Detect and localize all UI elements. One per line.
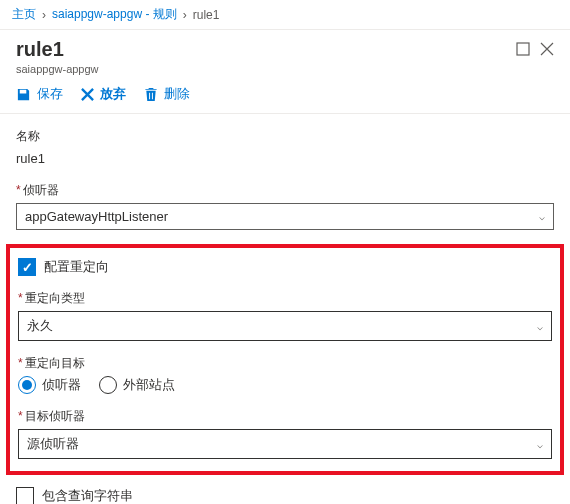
listener-field: *侦听器 appGatewayHttpListener ⌵ [16,182,554,230]
listener-label: *侦听器 [16,182,554,199]
target-listener-label: *目标侦听器 [18,408,552,425]
close-icon [81,88,94,101]
trash-icon [144,87,158,102]
name-value: rule1 [16,149,554,168]
breadcrumb: 主页 › saiappgw-appgw - 规则 › rule1 [0,0,570,30]
radio-listener[interactable] [18,376,36,394]
configure-redirect-checkbox[interactable] [18,258,36,276]
radio-listener-label: 侦听器 [42,376,81,394]
redirect-target-field: *重定向目标 侦听器 外部站点 [18,355,552,394]
discard-button[interactable]: 放弃 [81,85,126,103]
include-query-checkbox[interactable] [16,487,34,504]
toolbar: 保存 放弃 删除 [0,79,570,114]
name-label: 名称 [16,128,554,145]
chevron-down-icon: ⌵ [539,211,545,222]
target-listener-select[interactable]: 源侦听器 ⌵ [18,429,552,459]
close-icon[interactable] [540,42,554,56]
delete-button[interactable]: 删除 [144,85,190,103]
blade-header: rule1 saiappgw-appgw [0,30,570,79]
include-query-label: 包含查询字符串 [42,487,133,504]
radio-external-label: 外部站点 [123,376,175,394]
radio-external[interactable] [99,376,117,394]
redirect-target-label: *重定向目标 [18,355,552,372]
redirect-type-label: *重定向类型 [18,290,552,307]
page-subtitle: saiappgw-appgw [16,63,99,75]
configure-redirect-row[interactable]: 配置重定向 [18,258,552,276]
redirect-type-field: *重定向类型 永久 ⌵ [18,290,552,341]
radio-listener-option[interactable]: 侦听器 [18,376,81,394]
target-listener-field: *目标侦听器 源侦听器 ⌵ [18,408,552,459]
redirect-type-select[interactable]: 永久 ⌵ [18,311,552,341]
configure-redirect-label: 配置重定向 [44,258,109,276]
chevron-right-icon: › [183,8,187,22]
save-icon [16,87,31,102]
chevron-right-icon: › [42,8,46,22]
target-listener-value: 源侦听器 [27,435,79,453]
listener-select[interactable]: appGatewayHttpListener ⌵ [16,203,554,230]
chevron-down-icon: ⌵ [537,439,543,450]
maximize-icon[interactable] [516,42,530,56]
chevron-down-icon: ⌵ [537,321,543,332]
breadcrumb-resource[interactable]: saiappgw-appgw - 规则 [52,6,177,23]
redirect-section-highlight: 配置重定向 *重定向类型 永久 ⌵ *重定向目标 侦听器 外部站点 [6,244,564,475]
breadcrumb-current: rule1 [193,8,220,22]
radio-external-option[interactable]: 外部站点 [99,376,175,394]
include-query-row[interactable]: 包含查询字符串 [16,487,554,504]
delete-label: 删除 [164,85,190,103]
name-field: 名称 rule1 [16,128,554,168]
discard-label: 放弃 [100,85,126,103]
save-button[interactable]: 保存 [16,85,63,103]
svg-rect-0 [517,43,529,55]
save-label: 保存 [37,85,63,103]
listener-value: appGatewayHttpListener [25,209,168,224]
redirect-type-value: 永久 [27,317,53,335]
page-title: rule1 [16,38,99,61]
form: 名称 rule1 *侦听器 appGatewayHttpListener ⌵ 配… [0,114,570,504]
breadcrumb-home[interactable]: 主页 [12,6,36,23]
